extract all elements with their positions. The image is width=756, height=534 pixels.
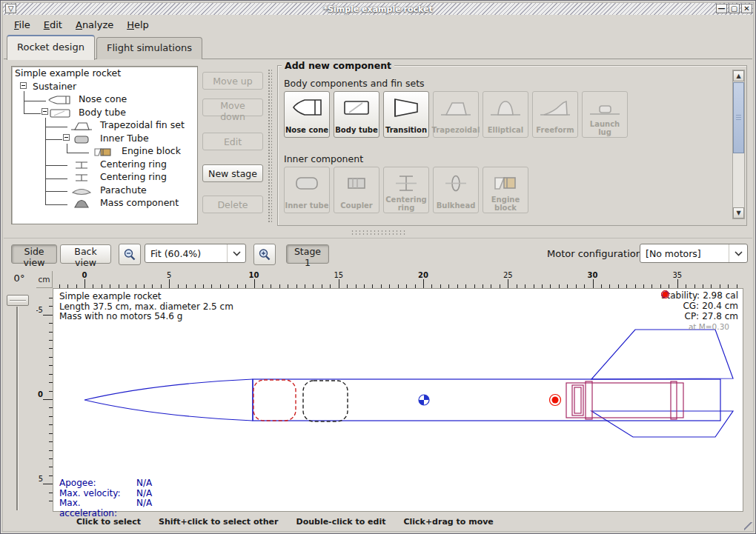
close-button[interactable]: ✕ bbox=[741, 4, 752, 13]
component-button-label: Nose cone bbox=[285, 127, 328, 135]
rotation-slider-track[interactable] bbox=[16, 307, 19, 510]
centering-ring-icon bbox=[69, 159, 94, 170]
mass-component-shape[interactable] bbox=[303, 381, 348, 421]
tab-flight-simulations[interactable]: Flight simulations bbox=[96, 37, 202, 59]
add-elliptical-button: Elliptical bbox=[483, 91, 528, 138]
vertical-splitter-handle[interactable] bbox=[268, 69, 272, 223]
component-button-label: Inner tube bbox=[285, 202, 329, 210]
tab-rocket-design[interactable]: Rocket design bbox=[7, 35, 95, 60]
rocket-canvas[interactable]: Simple example rocket Length 37.5 cm, ma… bbox=[53, 288, 743, 512]
menu-help[interactable]: Help bbox=[121, 17, 155, 33]
flight-data-value: N/A bbox=[136, 489, 152, 499]
nose-cone-shape[interactable] bbox=[84, 379, 253, 421]
ruler-tick bbox=[43, 484, 53, 484]
menu-file[interactable]: File bbox=[8, 17, 36, 33]
stability-value: 2.98 cal bbox=[703, 290, 738, 301]
component-tree[interactable]: Simple example rocketSustainerNose coneB… bbox=[11, 66, 198, 224]
tree-guide-line bbox=[45, 191, 67, 192]
tree-item-label: Body tube bbox=[79, 107, 126, 118]
component-scrollbar[interactable]: ▲ ▼ bbox=[732, 70, 745, 219]
upper-fin-shape[interactable] bbox=[591, 330, 733, 379]
coupler-icon bbox=[340, 170, 373, 196]
centering-ring-shape[interactable] bbox=[586, 381, 592, 419]
tree-collapse-icon[interactable] bbox=[20, 82, 27, 89]
tree-item-sustainer[interactable]: Sustainer bbox=[12, 80, 197, 93]
mass-component-icon bbox=[69, 198, 94, 208]
lower-fin-shape[interactable] bbox=[591, 411, 733, 437]
body-tube-shape[interactable] bbox=[253, 379, 720, 421]
component-button-label: Body tube bbox=[335, 127, 378, 135]
rocket-diagram[interactable] bbox=[53, 289, 743, 511]
ruler-tick bbox=[169, 279, 170, 288]
title-bar[interactable]: ▽ *Simple example rocket —▢✕ bbox=[3, 3, 753, 15]
launch-lug-icon bbox=[588, 94, 621, 121]
zoom-level-select[interactable]: Fit (60.4%) bbox=[145, 244, 246, 263]
cg-marker bbox=[419, 395, 429, 405]
menu-edit[interactable]: Edit bbox=[38, 17, 68, 33]
scroll-up-icon[interactable]: ▲ bbox=[733, 70, 744, 81]
component-button-label: Bulkhead bbox=[437, 202, 476, 210]
tree-item-centering-ring[interactable]: Centering ring bbox=[12, 170, 197, 184]
ruler-tick-label: -5 bbox=[36, 306, 43, 314]
back-view-button[interactable]: Back view bbox=[60, 244, 111, 264]
window-menu-icon[interactable]: ▽ bbox=[5, 4, 16, 13]
horizontal-splitter-handle[interactable] bbox=[351, 230, 407, 235]
body-tube-icon bbox=[47, 107, 73, 118]
elliptical-fin-icon bbox=[489, 94, 522, 121]
ruler-tick bbox=[677, 279, 678, 288]
tree-item-parachute[interactable]: Parachute bbox=[12, 184, 197, 197]
add-transition-button[interactable]: Transition bbox=[383, 91, 429, 138]
engine-block-icon bbox=[90, 146, 116, 156]
cp-label: CP: bbox=[685, 311, 700, 321]
minimize-button[interactable]: — bbox=[716, 4, 727, 13]
tree-item-trapezoidal-fin-set[interactable]: Trapezoidal fin set bbox=[12, 119, 197, 132]
resize-grip[interactable] bbox=[744, 522, 753, 531]
stage-1-toggle[interactable]: Stage 1 bbox=[286, 244, 329, 264]
tree-item-inner-tube[interactable]: Inner Tube bbox=[12, 132, 197, 145]
tree-collapse-icon[interactable] bbox=[63, 134, 70, 141]
move-up-button: Move up bbox=[202, 72, 263, 90]
motor-configuration-value: [No motors] bbox=[640, 248, 729, 259]
ruler-tick-label: 5 bbox=[167, 271, 171, 279]
add-freeform-button: Freeform bbox=[532, 91, 578, 138]
flight-data-row: Apogee:N/A bbox=[59, 478, 152, 489]
scroll-down-icon[interactable]: ▼ bbox=[733, 207, 744, 218]
ruler-tick bbox=[423, 279, 424, 288]
tree-item-label: Simple example rocket bbox=[15, 67, 121, 79]
tree-item-engine-block[interactable]: Engine block bbox=[12, 144, 197, 158]
tree-guide-line bbox=[67, 144, 67, 153]
rotation-angle-label: 0° bbox=[8, 273, 30, 284]
maximize-button[interactable]: ▢ bbox=[729, 4, 740, 13]
view-toolbar: Side view Back view Fit (60.4%) Stage 1 bbox=[4, 238, 752, 270]
motor-configuration-select[interactable]: [No motors] bbox=[640, 244, 748, 263]
tree-item-body-tube[interactable]: Body tube bbox=[12, 106, 197, 119]
tree-item-simple-example-rocket[interactable]: Simple example rocket bbox=[12, 67, 197, 80]
engine-block-icon bbox=[489, 170, 522, 196]
motor-configuration-label: Motor configuration: bbox=[547, 248, 645, 259]
scrollbar-thumb[interactable] bbox=[733, 82, 744, 153]
add-centering-ring-button: Centering ring bbox=[383, 167, 429, 213]
tree-guide-line bbox=[24, 101, 46, 101]
new-stage-button[interactable]: New stage bbox=[202, 164, 263, 182]
add-body-tube-button[interactable]: Body tube bbox=[334, 91, 379, 138]
rotation-slider-handle[interactable] bbox=[7, 295, 29, 306]
engine-block-shape[interactable] bbox=[572, 385, 583, 415]
zoom-out-button[interactable] bbox=[119, 244, 141, 265]
cp-value: 27.8 cm bbox=[702, 311, 738, 321]
zoom-in-button[interactable] bbox=[253, 244, 276, 265]
parachute-shape[interactable] bbox=[253, 380, 296, 421]
tree-collapse-icon[interactable] bbox=[42, 108, 48, 115]
fin-set-icon bbox=[69, 120, 94, 130]
menu-analyze[interactable]: Analyze bbox=[70, 17, 119, 33]
side-view-button[interactable]: Side view bbox=[11, 244, 57, 264]
tree-item-label: Nose cone bbox=[79, 93, 127, 104]
inner-tube-shape[interactable] bbox=[566, 383, 683, 418]
add-nose-cone-button[interactable]: Nose cone bbox=[284, 91, 330, 138]
status-hint: Click+drag to move bbox=[403, 517, 493, 527]
tree-item-nose-cone[interactable]: Nose cone bbox=[12, 93, 197, 106]
centering-ring-shape[interactable] bbox=[671, 381, 677, 419]
tree-item-mass-component[interactable]: Mass component bbox=[12, 196, 197, 210]
window-title: *Simple example rocket bbox=[3, 4, 753, 14]
ruler-tick-label: 25 bbox=[503, 271, 513, 279]
tree-item-centering-ring[interactable]: Centering ring bbox=[12, 158, 197, 171]
